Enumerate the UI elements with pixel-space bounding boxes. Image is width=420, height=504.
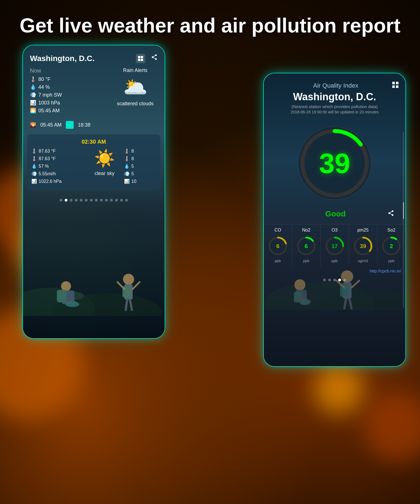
dot-8[interactable] — [95, 199, 98, 202]
aqi-grid-icon[interactable] — [392, 82, 398, 90]
weather-pagination — [23, 195, 165, 206]
svg-line-10 — [117, 282, 124, 289]
pollutant-co-unit: ppb — [275, 259, 281, 263]
aqi-timestamp: 2018-06-28 19:00:00 will be updated in 2… — [271, 110, 398, 114]
sunrise-icon-2: 🌄 — [30, 122, 36, 128]
dot-14[interactable] — [125, 199, 128, 202]
svg-point-7 — [123, 274, 134, 285]
teal-dot — [66, 121, 74, 129]
forecast-card: 02:30 AM 🌡️ 87.63 °F 🌡️ 87.63 °F 💧 57 % — [27, 134, 160, 190]
dot-3[interactable] — [70, 199, 73, 202]
wind-row: 💨 7 mph SW — [30, 92, 107, 98]
dot-5[interactable] — [80, 199, 83, 202]
grid-icon[interactable] — [136, 54, 145, 63]
rain-alerts-section: Now 🌡️ 80 °F 💧 44 % 💨 7 mph SW 📊 1003 hP… — [23, 67, 165, 120]
forecast-humidity-value: 57 % — [39, 164, 49, 169]
aqi-city: Washington, D.C. — [271, 91, 398, 103]
svg-rect-17 — [138, 59, 140, 61]
pollutant-pm25-unit: ug/m3 — [358, 259, 368, 263]
svg-line-22 — [153, 58, 155, 59]
forecast-pressure: 📊 1022.6 hPa — [31, 179, 85, 184]
pollutant-so2-unit: ppb — [388, 259, 395, 263]
phones-container: Washington, D.C. — [14, 45, 406, 476]
svg-rect-5 — [57, 290, 67, 302]
sunset-time: 18:38 — [78, 122, 90, 128]
page-title: Get live weather and air pollution repor… — [0, 8, 420, 43]
humidity-icon-2: 💧 — [31, 164, 37, 169]
aqi-title-row: Air Quality Index — [271, 82, 398, 90]
aqi-dot-1[interactable] — [323, 279, 326, 281]
right-val-4: 💨 5 — [124, 171, 156, 176]
svg-point-47 — [392, 214, 393, 216]
aqi-dot-2[interactable] — [328, 279, 331, 281]
dot-4[interactable] — [75, 199, 78, 202]
dot-6[interactable] — [85, 199, 88, 202]
dot-2[interactable] — [65, 199, 67, 202]
aqi-dot-5[interactable] — [343, 279, 346, 281]
right-value-3: 5 — [131, 164, 134, 169]
cloud-icon: 🌥️ — [113, 76, 158, 99]
hiker-svg — [23, 204, 165, 316]
aqi-dot-3[interactable] — [333, 279, 336, 281]
right-val-5: 📊 10 — [124, 179, 156, 184]
svg-rect-18 — [141, 59, 143, 61]
svg-point-21 — [155, 58, 157, 60]
share-button[interactable] — [388, 210, 394, 218]
svg-rect-16 — [141, 56, 143, 58]
aqi-header: Air Quality Index Washington, D.C. (Near… — [264, 73, 405, 121]
svg-line-23 — [153, 56, 155, 57]
dot-10[interactable] — [105, 199, 108, 202]
pollutant-co-name: CO — [274, 228, 281, 233]
thermometer-icon: 🌡️ — [30, 76, 36, 82]
dot-9[interactable] — [100, 199, 103, 202]
pollutant-so2-value: 2 — [390, 243, 393, 249]
humidity-value: 44 % — [38, 84, 50, 90]
right-icon-3: 💧 — [124, 164, 130, 169]
right-val-1: 🌡️ 8 — [124, 148, 156, 154]
pollutant-no2-gauge: 6 — [296, 235, 317, 256]
humidity-icon: 💧 — [30, 84, 36, 90]
pressure-value: 1003 hPa — [38, 100, 60, 106]
pollutant-so2-gauge: 2 — [381, 235, 402, 256]
svg-point-14 — [66, 302, 80, 307]
forecast-temp-min: 🌡️ 87.63 °F — [31, 156, 85, 161]
svg-point-37 — [300, 301, 310, 305]
aqi-gauge-container: 39 — [264, 121, 405, 205]
aqi-source-link[interactable]: http://cpcb.nic.in/ — [370, 269, 401, 273]
pollutant-co-value: 6 — [276, 243, 279, 249]
aqi-number: 39 — [319, 147, 350, 179]
dot-1[interactable] — [60, 199, 62, 202]
temp-min-icon: 🌡️ — [31, 156, 37, 161]
dot-12[interactable] — [115, 199, 118, 202]
aqi-status-label: Good — [325, 209, 346, 218]
svg-rect-38 — [392, 82, 395, 84]
svg-line-49 — [390, 212, 392, 213]
dot-11[interactable] — [110, 199, 113, 202]
forecast-right: 🌡️ 8 🌡️ 8 💧 5 💨 5 — [124, 148, 156, 186]
aqi-dot-4[interactable] — [338, 279, 341, 281]
weather-city: Washington, D.C. — [30, 54, 95, 63]
rain-alerts-right: Rain Alerts 🌥️ scattered clouds — [113, 67, 158, 107]
svg-rect-28 — [340, 284, 349, 297]
pollutant-pm25-name: pm25 — [357, 228, 368, 233]
aqi-footer: http://cpcb.nic.in/ — [264, 266, 405, 276]
pollutant-o3-value: 17 — [332, 243, 338, 249]
now-label: Now — [30, 67, 107, 74]
right-icon-1: 🌡️ — [124, 148, 130, 154]
share-icon-weather[interactable] — [151, 54, 158, 63]
scroll-indicator — [403, 132, 404, 308]
aqi-gauge: 39 — [295, 124, 374, 202]
dot-13[interactable] — [120, 199, 123, 202]
temperature-row: 🌡️ 80 °F — [30, 76, 107, 82]
right-value-1: 8 — [131, 149, 134, 154]
svg-point-46 — [388, 212, 390, 214]
svg-point-3 — [61, 281, 71, 291]
pollutant-no2-value: 6 — [305, 243, 308, 249]
forecast-wind-value: 5.55mi/h — [39, 171, 56, 176]
forecast-grid: 🌡️ 87.63 °F 🌡️ 87.63 °F 💧 57 % 💨 5.55mi/… — [31, 148, 156, 186]
svg-point-20 — [152, 56, 153, 58]
right-val-3: 💧 5 — [124, 164, 156, 169]
weather-header-icons — [136, 54, 158, 63]
dot-7[interactable] — [90, 199, 93, 202]
right-icon-2: 🌡️ — [124, 156, 130, 161]
